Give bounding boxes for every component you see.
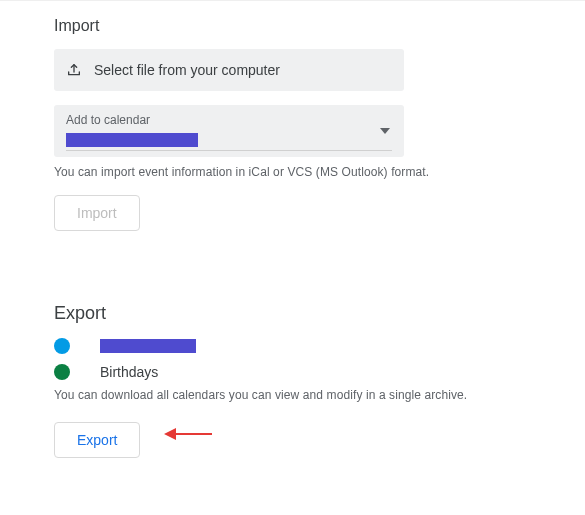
import-help-text: You can import event information in iCal… — [54, 165, 585, 179]
export-section-title: Export — [54, 303, 585, 324]
export-button[interactable]: Export — [54, 422, 140, 458]
add-to-calendar-select[interactable]: Add to calendar — [54, 105, 404, 157]
select-file-button[interactable]: Select file from your computer — [54, 49, 404, 91]
import-section-title: Import — [54, 17, 585, 35]
select-underline — [66, 150, 392, 151]
import-button-label: Import — [77, 205, 117, 221]
calendar-label-redacted — [100, 339, 196, 353]
selected-calendar-redacted — [66, 133, 198, 147]
calendar-label: Birthdays — [100, 364, 158, 380]
calendar-color-dot — [54, 338, 70, 354]
chevron-down-icon — [380, 128, 390, 134]
calendar-row: Birthdays — [54, 364, 585, 380]
export-button-label: Export — [77, 432, 117, 448]
upload-icon — [66, 62, 82, 78]
import-button[interactable]: Import — [54, 195, 140, 231]
calendar-row — [54, 338, 585, 354]
calendar-color-dot — [54, 364, 70, 380]
add-to-calendar-label: Add to calendar — [66, 113, 392, 127]
export-help-text: You can download all calendars you can v… — [54, 388, 585, 402]
select-file-label: Select file from your computer — [94, 62, 280, 78]
